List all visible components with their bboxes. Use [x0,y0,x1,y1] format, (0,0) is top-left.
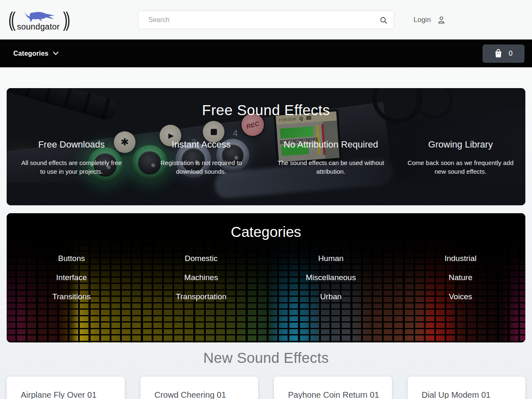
hero-content: Free Sound Effects Free Downloads All so… [7,88,525,176]
category-grid: Buttons Domestic Human Industrial Interf… [7,254,525,301]
search-icon[interactable] [377,14,390,27]
feature-desc: Come back soon as we frequently add new … [407,158,514,176]
sound-card-title: Dial Up Modem 01 [422,390,518,399]
site-header: (( soundgator )) Login [0,0,532,39]
feature-instant-access: Instant Access Registration is not requi… [136,139,266,176]
feature-desc: Registration is not required to download… [148,158,255,176]
category-link-industrial[interactable]: Industrial [396,254,525,263]
category-link-urban[interactable]: Urban [266,292,396,301]
category-link-transportation[interactable]: Transportation [136,292,266,301]
sound-card-crowd[interactable]: Crowd Cheering 01 [140,377,259,399]
category-link-buttons[interactable]: Buttons [7,254,136,263]
feature-title: No Attribution Required [266,139,396,150]
shopping-bag-icon [495,49,502,58]
sound-card-payphone[interactable]: Payhone Coin Return 01 [274,377,392,399]
category-link-voices[interactable]: Voices [396,292,525,301]
feature-row: Free Downloads All sound effects are com… [7,139,525,176]
search-input[interactable] [138,11,394,29]
sound-card-title: Crowd Cheering 01 [155,390,251,399]
sound-card-grid: Airplane Fly Over 01 Crowd Cheering 01 P… [7,377,525,399]
main-content: 1 2 3 4 ✱ ▶ REC 17:05:23:00 Q [0,88,532,399]
user-icon [437,15,446,25]
category-link-nature[interactable]: Nature [396,273,525,282]
login-link[interactable]: Login [414,15,446,25]
feature-title: Instant Access [136,139,266,150]
category-link-transitions[interactable]: Transitions [7,292,136,301]
category-link-interface[interactable]: Interface [7,273,136,282]
cart-count: 0 [509,49,512,58]
categories-menu-label: Categories [13,50,49,57]
feature-free-downloads: Free Downloads All sound effects are com… [7,139,136,176]
feature-title: Growing Library [396,139,525,150]
categories-title: Categories [7,213,525,240]
logo-right-parens: )) [62,8,70,32]
feature-growing-library: Growing Library Come back soon as we fre… [396,139,525,176]
sound-card-title: Airplane Fly Over 01 [21,390,117,399]
search-bar [138,11,394,29]
feature-desc: All sound effects are completely free to… [18,158,125,176]
category-link-machines[interactable]: Machines [136,273,266,282]
sound-card-modem[interactable]: Dial Up Modem 01 [408,377,526,399]
logo-text: soundgator [17,22,60,32]
feature-title: Free Downloads [7,139,136,150]
logo-center: soundgator [17,8,60,32]
category-link-human[interactable]: Human [266,254,396,263]
hero-banner: 1 2 3 4 ✱ ▶ REC 17:05:23:00 Q [7,88,525,205]
new-sounds-title: New Sound Effects [0,350,532,366]
sound-card-title: Payhone Coin Return 01 [288,390,384,399]
category-link-domestic[interactable]: Domestic [136,254,266,263]
hero-title: Free Sound Effects [7,88,525,118]
main-nav: Categories 0 [0,39,532,67]
chevron-down-icon [53,52,59,55]
categories-menu-button[interactable]: Categories [13,50,59,57]
categories-section: Categories Buttons Domestic Human Indust… [7,213,525,342]
feature-desc: The sound effects can be used without at… [277,158,384,176]
login-label: Login [414,16,431,24]
category-link-miscellaneous[interactable]: Miscellaneous [266,273,396,282]
feature-no-attribution: No Attribution Required The sound effect… [266,139,396,176]
sound-card-airplane[interactable]: Airplane Fly Over 01 [7,377,125,399]
cart-button[interactable]: 0 [483,44,525,63]
logo-left-parens: (( [7,8,15,32]
gator-logo-icon [18,8,58,24]
magnifier-icon [379,16,388,25]
site-logo[interactable]: (( soundgator )) [7,8,138,32]
